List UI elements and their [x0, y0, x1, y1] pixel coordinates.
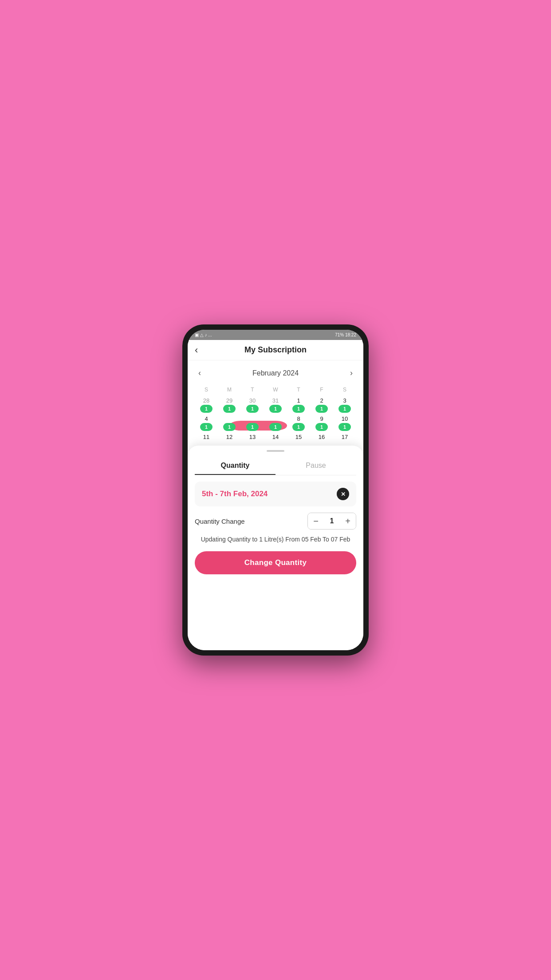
calendar-day-headers: S M T W T F S	[195, 385, 356, 395]
increment-button[interactable]: +	[340, 513, 356, 529]
quantity-badge: 1	[292, 423, 305, 431]
calendar-day-2[interactable]: 2 1	[310, 396, 333, 414]
day-label-mon: M	[218, 385, 241, 395]
quantity-row: Quantity Change − 1 +	[195, 513, 356, 530]
status-bar: ▣ △ ♪ ... 71% 18:22	[188, 330, 363, 340]
info-text: Updating Quantity to 1 Litre(s) From 05 …	[195, 535, 356, 544]
status-right: 71% 18:22	[335, 332, 356, 337]
calendar-day-10[interactable]: 10 1	[333, 415, 356, 432]
calendar-day-14[interactable]: 14	[264, 433, 287, 442]
date-number: 5	[228, 415, 231, 422]
calendar-section: ‹ February 2024 › S M T W T F S 28 1	[188, 360, 363, 446]
day-label-tue: T	[241, 385, 264, 395]
quantity-badge: 1	[338, 405, 351, 413]
calendar-day-29[interactable]: 29 1	[218, 396, 241, 414]
date-number: 8	[297, 415, 300, 422]
calendar-day-28[interactable]: 28 1	[195, 396, 218, 414]
date-number: 2	[320, 397, 323, 404]
quantity-badge: 1	[223, 405, 236, 413]
quantity-badge: 1	[200, 423, 213, 431]
calendar-prev-button[interactable]: ‹	[195, 367, 205, 379]
calendar-day-6[interactable]: 6 1	[241, 415, 264, 432]
calendar-day-7[interactable]: 7 1	[264, 415, 287, 432]
calendar-day-12[interactable]: 12	[218, 433, 241, 442]
day-label-wed: W	[264, 385, 287, 395]
date-number: 11	[203, 434, 209, 440]
day-label-sat: S	[333, 385, 356, 395]
quantity-change-label: Quantity Change	[195, 518, 245, 525]
calendar-day-9[interactable]: 9 1	[310, 415, 333, 432]
calendar-day-15[interactable]: 15	[287, 433, 310, 442]
quantity-badge: 1	[315, 423, 328, 431]
date-number: 14	[272, 434, 279, 440]
date-number: 10	[342, 415, 348, 422]
date-number: 1	[297, 397, 300, 404]
phone-frame: ▣ △ ♪ ... 71% 18:22 ‹ My Subscription ‹ …	[182, 324, 369, 656]
calendar-day-1[interactable]: 1 1	[287, 396, 310, 414]
calendar-week-1: 28 1 29 1 30 1 31 1 1 1	[195, 396, 356, 414]
tab-quantity[interactable]: Quantity	[195, 457, 276, 475]
quantity-badge: 1	[246, 405, 259, 413]
date-number: 7	[274, 415, 277, 422]
quantity-value: 1	[324, 517, 340, 525]
tab-bar: Quantity Pause	[195, 457, 356, 475]
app-header: ‹ My Subscription	[188, 340, 363, 360]
back-button[interactable]: ‹	[195, 344, 198, 356]
date-number: 13	[249, 434, 256, 440]
status-info: 71% 18:22	[335, 332, 356, 337]
date-number: 31	[272, 397, 279, 404]
quantity-badge: 1	[292, 405, 305, 413]
date-number: 30	[249, 397, 256, 404]
quantity-badge: 1	[269, 405, 282, 413]
date-number: 6	[251, 415, 254, 422]
day-label-sun: S	[195, 385, 218, 395]
calendar-day-31[interactable]: 31 1	[264, 396, 287, 414]
date-number: 15	[295, 434, 302, 440]
calendar-day-30[interactable]: 30 1	[241, 396, 264, 414]
bottom-sheet: Quantity Pause 5th - 7th Feb, 2024 ✕ Qua…	[188, 446, 363, 650]
date-number: 28	[203, 397, 209, 404]
date-range-text: 5th - 7th Feb, 2024	[202, 490, 268, 498]
date-number: 3	[343, 397, 346, 404]
status-icons: ▣ △ ♪ ...	[195, 332, 212, 337]
calendar-week-3: 11 12 13 14 15 16 17	[195, 433, 356, 442]
date-number: 12	[226, 434, 232, 440]
calendar-day-16[interactable]: 16	[310, 433, 333, 442]
day-label-fri: F	[310, 385, 333, 395]
quantity-badge: 1	[200, 405, 213, 413]
calendar-day-13[interactable]: 13	[241, 433, 264, 442]
calendar-next-button[interactable]: ›	[346, 367, 356, 379]
date-number: 17	[342, 434, 348, 440]
quantity-badge: 1	[269, 423, 282, 431]
calendar-day-11[interactable]: 11	[195, 433, 218, 442]
page-title: My Subscription	[244, 345, 307, 355]
quantity-badge: 1	[223, 423, 236, 431]
date-range-close-button[interactable]: ✕	[337, 488, 349, 500]
decrement-button[interactable]: −	[308, 513, 324, 529]
tab-pause[interactable]: Pause	[276, 457, 356, 475]
quantity-badge: 1	[246, 423, 259, 431]
date-range-box: 5th - 7th Feb, 2024 ✕	[195, 482, 356, 506]
date-number: 16	[319, 434, 325, 440]
quantity-stepper: − 1 +	[307, 513, 356, 530]
calendar-day-4[interactable]: 4 1	[195, 415, 218, 432]
day-label-thu: T	[287, 385, 310, 395]
calendar-day-3[interactable]: 3 1	[333, 396, 356, 414]
quantity-badge: 1	[315, 405, 328, 413]
calendar-month-label: February 2024	[252, 369, 299, 377]
status-left: ▣ △ ♪ ...	[195, 332, 212, 337]
phone-screen: ▣ △ ♪ ... 71% 18:22 ‹ My Subscription ‹ …	[188, 330, 363, 650]
calendar-week-2: 4 1 5 1 6 1 7 1	[195, 415, 356, 432]
date-number: 9	[320, 415, 323, 422]
sheet-handle	[267, 450, 284, 452]
change-quantity-button[interactable]: Change Quantity	[195, 551, 356, 574]
date-number: 4	[205, 415, 208, 422]
calendar-day-8[interactable]: 8 1	[287, 415, 310, 432]
quantity-badge: 1	[338, 423, 351, 431]
calendar-nav: ‹ February 2024 ›	[195, 364, 356, 382]
calendar-day-5[interactable]: 5 1	[218, 415, 241, 432]
calendar-day-17[interactable]: 17	[333, 433, 356, 442]
date-number: 29	[226, 397, 232, 404]
